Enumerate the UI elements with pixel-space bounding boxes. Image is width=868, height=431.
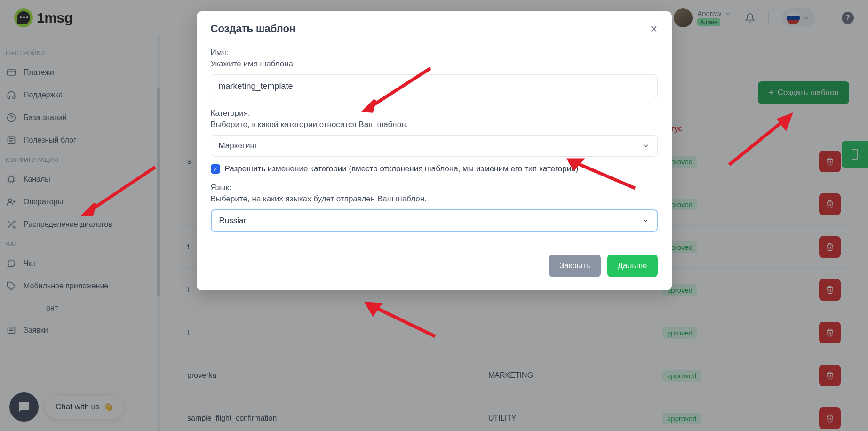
modal-title: Создать шаблон (211, 23, 296, 35)
template-name-input[interactable] (211, 74, 658, 98)
category-desc: Выберите, к какой категории относится Ва… (211, 120, 658, 129)
category-select[interactable]: Маркетинг (211, 135, 658, 157)
chevron-down-icon (642, 217, 649, 224)
close-button[interactable]: Закрыть (549, 255, 600, 277)
create-template-modal: Создать шаблон × Имя: Укажите имя шаблон… (197, 11, 672, 290)
chevron-down-icon (642, 142, 650, 150)
name-label: Имя: (211, 48, 658, 57)
category-selected-value: Маркетинг (219, 141, 258, 151)
close-icon[interactable]: × (650, 23, 657, 35)
checkbox-checked-icon[interactable]: ✓ (211, 164, 220, 174)
next-button[interactable]: Дальше (607, 255, 658, 277)
language-select[interactable]: Russian (211, 209, 658, 232)
category-label: Категория: (211, 109, 658, 118)
allow-change-checkbox-row[interactable]: ✓ Разрешить изменение категории (вместо … (211, 164, 658, 174)
language-desc: Выберите, на каких языках будет отправле… (211, 194, 658, 204)
language-selected-value: Russian (219, 216, 248, 225)
name-desc: Укажите имя шаблона (211, 59, 658, 69)
language-label: Язык: (211, 183, 658, 192)
allow-change-label: Разрешить изменение категории (вместо от… (225, 164, 579, 174)
